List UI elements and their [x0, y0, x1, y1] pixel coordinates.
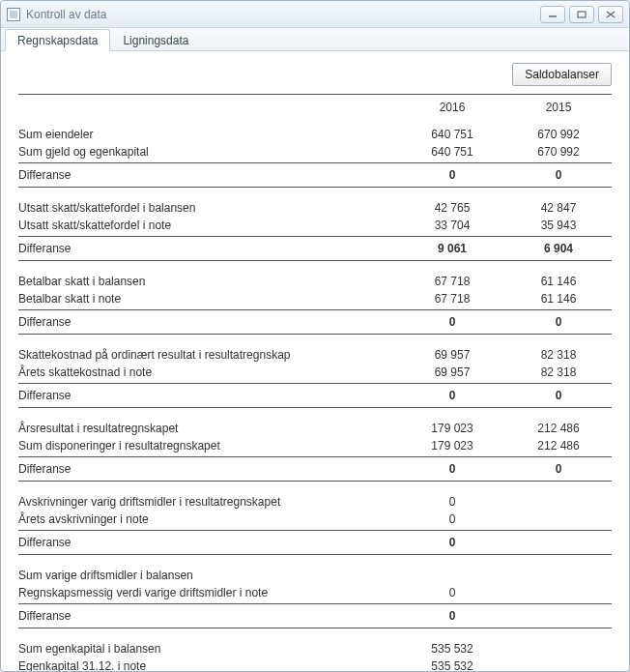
tab-ligningsdata[interactable]: Ligningsdata [110, 29, 201, 51]
minimize-button[interactable] [540, 6, 565, 23]
value-y2: 82 318 [505, 365, 612, 379]
window-controls [540, 6, 623, 23]
data-row: Utsatt skatt/skattefordel i balansen42 7… [18, 199, 612, 217]
app-window: Kontroll av data Regnskapsdata Ligningsd… [0, 0, 630, 672]
group-bottom-rule [18, 628, 612, 628]
value-y1: 33 704 [399, 219, 505, 232]
group-top-rule [18, 309, 612, 310]
data-row: Årsresultat i resultatregnskapet179 0232… [18, 420, 612, 437]
app-icon [7, 8, 20, 21]
value-y1: 535 532 [399, 659, 505, 671]
close-button[interactable] [598, 6, 623, 23]
difference-label: Differanse [18, 536, 399, 549]
value-y1: 42 765 [399, 201, 505, 215]
value-y2: 212 486 [505, 439, 612, 453]
data-row: Regnskapsmessig verdi varige driftsmidle… [18, 584, 612, 601]
row-label: Egenkapital 31.12. i note [18, 659, 399, 671]
value-y1: 67 718 [399, 292, 505, 306]
group-4: Årsresultat i resultatregnskapet179 0232… [18, 420, 612, 482]
group-top-rule [18, 383, 612, 384]
group-top-rule [18, 530, 612, 531]
value-y2: 212 486 [505, 422, 612, 435]
difference-y1: 0 [399, 389, 505, 402]
group-top-rule [18, 456, 612, 457]
header-year-2: 2015 [505, 101, 612, 114]
difference-y2: 0 [505, 462, 612, 476]
data-row: Sum disponeringer i resultatregnskapet17… [18, 437, 612, 454]
group-6: Sum varige driftsmidler i balansenRegnsk… [18, 567, 612, 628]
value-y2: 35 943 [505, 219, 612, 232]
difference-label: Differanse [18, 609, 399, 623]
data-row: Betalbar skatt i balansen67 71861 146 [18, 273, 612, 290]
difference-y1: 0 [399, 609, 505, 623]
group-2: Betalbar skatt i balansen67 71861 146Bet… [18, 273, 612, 335]
value-y2: 670 992 [505, 145, 612, 159]
difference-row: Differanse00 [18, 386, 612, 405]
difference-row: Differanse00 [18, 165, 612, 185]
difference-label: Differanse [18, 389, 399, 402]
row-label: Avskrivninger varig driftsmidler i resul… [18, 495, 399, 509]
close-icon [606, 11, 616, 18]
difference-y1: 0 [399, 168, 505, 182]
group-bottom-rule [18, 554, 612, 555]
value-y2: 42 847 [505, 201, 612, 215]
group-0: Sum eiendeler640 751670 992Sum gjeld og … [18, 126, 612, 188]
difference-y1: 9 061 [399, 242, 505, 255]
group-top-rule [18, 236, 612, 237]
value-y1: 0 [399, 586, 505, 599]
data-row: Sum varige driftsmidler i balansen [18, 567, 612, 584]
group-bottom-rule [18, 260, 612, 261]
value-y1: 179 023 [399, 439, 505, 453]
row-label: Regnskapsmessig verdi varige driftsmidle… [18, 586, 399, 599]
content-area: Saldobalanser 2016 2015 Sum eiendeler640… [1, 51, 629, 671]
difference-y2: 0 [505, 315, 612, 329]
difference-y1: 0 [399, 462, 505, 476]
difference-row: Differanse0 [18, 533, 612, 552]
group-3: Skattekostnad på ordinært resultat i res… [18, 346, 612, 408]
group-top-rule [18, 603, 612, 604]
row-label: Sum disponeringer i resultatregnskapet [18, 439, 399, 453]
row-label: Skattekostnad på ordinært resultat i res… [18, 348, 399, 362]
difference-label: Differanse [18, 242, 399, 255]
difference-row: Differanse0 [18, 606, 612, 626]
difference-y2: 0 [505, 168, 612, 182]
tab-regnskapsdata[interactable]: Regnskapsdata [5, 29, 110, 51]
row-label: Årsresultat i resultatregnskapet [18, 422, 399, 435]
value-y1: 69 957 [399, 365, 505, 379]
group-top-rule [18, 162, 612, 163]
header-year-1: 2016 [399, 101, 505, 114]
row-label: Utsatt skatt/skattefordel i balansen [18, 201, 399, 215]
group-bottom-rule [18, 407, 612, 408]
data-row: Skattekostnad på ordinært resultat i res… [18, 346, 612, 364]
group-5: Avskrivninger varig driftsmidler i resul… [18, 493, 612, 555]
row-label: Utsatt skatt/skattefordel i note [18, 219, 399, 232]
difference-y2: 6 904 [505, 242, 612, 255]
row-label: Sum eiendeler [18, 128, 399, 141]
maximize-button[interactable] [569, 6, 594, 23]
group-1: Utsatt skatt/skattefordel i balansen42 7… [18, 199, 612, 261]
data-row: Betalbar skatt i note67 71861 146 [18, 290, 612, 307]
difference-y1: 0 [399, 536, 505, 549]
maximize-icon [577, 11, 587, 18]
value-y2: 61 146 [505, 292, 612, 306]
window-title: Kontroll av data [26, 8, 540, 21]
group-bottom-rule [18, 481, 612, 482]
difference-label: Differanse [18, 168, 399, 182]
minimize-icon [548, 11, 558, 18]
difference-row: Differanse00 [18, 459, 612, 479]
row-label: Betalbar skatt i note [18, 292, 399, 306]
row-label: Sum gjeld og egenkapital [18, 145, 399, 159]
group-7: Sum egenkapital i balansen535 532Egenkap… [18, 640, 612, 671]
difference-label: Differanse [18, 315, 399, 329]
saldobalanser-button[interactable]: Saldobalanser [512, 63, 612, 86]
data-row: Egenkapital 31.12. i note535 532 [18, 657, 612, 671]
value-y1: 0 [399, 495, 505, 509]
difference-y2: 0 [505, 389, 612, 402]
value-y2: 61 146 [505, 275, 612, 288]
svg-rect-1 [578, 12, 586, 17]
data-row: Avskrivninger varig driftsmidler i resul… [18, 493, 612, 511]
value-y1: 0 [399, 512, 505, 526]
toolbar: Saldobalanser [18, 63, 612, 86]
row-label: Betalbar skatt i balansen [18, 275, 399, 288]
value-y2: 670 992 [505, 128, 612, 141]
